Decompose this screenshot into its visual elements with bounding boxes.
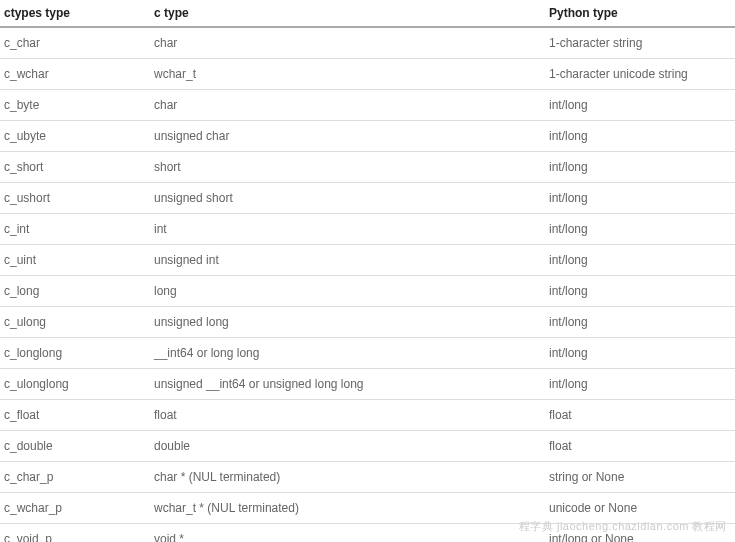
table-cell: c_ulonglong (0, 369, 150, 400)
table-row: c_wcharwchar_t1-character unicode string (0, 59, 735, 90)
table-cell: c_ushort (0, 183, 150, 214)
table-cell: unsigned long (150, 307, 545, 338)
table-cell: int/long (545, 276, 735, 307)
table-cell: int (150, 214, 545, 245)
table-cell: c_longlong (0, 338, 150, 369)
table-row: c_void_pvoid *int/long or None (0, 524, 735, 543)
header-c-type: c type (150, 0, 545, 27)
table-cell: unicode or None (545, 493, 735, 524)
table-row: c_uintunsigned intint/long (0, 245, 735, 276)
table-cell: int/long (545, 90, 735, 121)
table-cell: c_wchar (0, 59, 150, 90)
table-cell: short (150, 152, 545, 183)
table-cell: c_short (0, 152, 150, 183)
table-cell: c_long (0, 276, 150, 307)
table-cell: c_char_p (0, 462, 150, 493)
table-row: c_intintint/long (0, 214, 735, 245)
table-cell: c_uint (0, 245, 150, 276)
table-cell: unsigned int (150, 245, 545, 276)
table-cell: c_wchar_p (0, 493, 150, 524)
header-ctypes-type: ctypes type (0, 0, 150, 27)
table-cell: wchar_t * (NUL terminated) (150, 493, 545, 524)
table-cell: float (545, 400, 735, 431)
header-python-type: Python type (545, 0, 735, 27)
table-cell: int/long (545, 369, 735, 400)
table-header-row: ctypes type c type Python type (0, 0, 735, 27)
table-cell: 1-character unicode string (545, 59, 735, 90)
table-row: c_ubyteunsigned charint/long (0, 121, 735, 152)
ctypes-type-mapping-table: ctypes type c type Python type c_charcha… (0, 0, 735, 542)
table-cell: c_ubyte (0, 121, 150, 152)
table-cell: 1-character string (545, 27, 735, 59)
table-cell: long (150, 276, 545, 307)
table-cell: unsigned char (150, 121, 545, 152)
table-cell: int/long (545, 121, 735, 152)
table-cell: c_int (0, 214, 150, 245)
table-row: c_char_pchar * (NUL terminated)string or… (0, 462, 735, 493)
table-row: c_ulongunsigned longint/long (0, 307, 735, 338)
table-cell: char * (NUL terminated) (150, 462, 545, 493)
table-cell: int/long (545, 245, 735, 276)
table-cell: c_ulong (0, 307, 150, 338)
table-cell: char (150, 27, 545, 59)
table-cell: c_byte (0, 90, 150, 121)
table-row: c_bytecharint/long (0, 90, 735, 121)
table-cell: int/long (545, 152, 735, 183)
table-cell: unsigned short (150, 183, 545, 214)
table-cell: void * (150, 524, 545, 543)
table-cell: wchar_t (150, 59, 545, 90)
table-cell: unsigned __int64 or unsigned long long (150, 369, 545, 400)
table-row: c_ulonglongunsigned __int64 or unsigned … (0, 369, 735, 400)
table-cell: float (150, 400, 545, 431)
table-cell: c_void_p (0, 524, 150, 543)
table-cell: c_double (0, 431, 150, 462)
table-cell: int/long (545, 214, 735, 245)
table-row: c_charchar1-character string (0, 27, 735, 59)
table-cell: int/long (545, 307, 735, 338)
table-row: c_wchar_pwchar_t * (NUL terminated)unico… (0, 493, 735, 524)
table-cell: c_float (0, 400, 150, 431)
table-row: c_longlong__int64 or long longint/long (0, 338, 735, 369)
table-cell: float (545, 431, 735, 462)
table-cell: int/long or None (545, 524, 735, 543)
table-row: c_longlongint/long (0, 276, 735, 307)
table-cell: int/long (545, 338, 735, 369)
table-cell: c_char (0, 27, 150, 59)
table-cell: int/long (545, 183, 735, 214)
table-cell: string or None (545, 462, 735, 493)
table-row: c_shortshortint/long (0, 152, 735, 183)
table-cell: double (150, 431, 545, 462)
table-row: c_ushortunsigned shortint/long (0, 183, 735, 214)
table-row: c_doubledoublefloat (0, 431, 735, 462)
table-cell: char (150, 90, 545, 121)
table-row: c_floatfloatfloat (0, 400, 735, 431)
table-cell: __int64 or long long (150, 338, 545, 369)
